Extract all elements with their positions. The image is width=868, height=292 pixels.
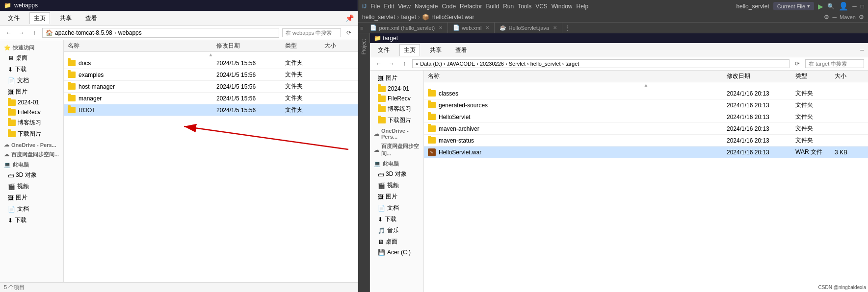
ide-tab-webxml-close[interactable]: ✕ <box>485 25 489 30</box>
right-file-row-helloservlet[interactable]: HelloServlet 2024/1/16 20:13 文件夹 <box>424 111 868 123</box>
breadcrumb-folder[interactable]: target <box>401 14 416 21</box>
run-button[interactable]: ▶ <box>818 2 823 10</box>
left-file-row-root[interactable]: ROOT 2024/1/5 15:56 文件夹 <box>64 104 358 116</box>
ide-minimize-icon[interactable]: ─ <box>852 3 857 10</box>
right-tab-home[interactable]: 主页 <box>399 44 420 56</box>
ide-maximize-icon[interactable]: □ <box>861 3 864 10</box>
right-sidebar-docs[interactable]: 📄 文档 <box>370 202 423 214</box>
right-sidebar-acerc[interactable]: 💾 Acer (C:) <box>370 247 423 257</box>
ide-tab-servlet-close[interactable]: ✕ <box>553 25 557 30</box>
left-forward-btn[interactable]: → <box>17 28 26 38</box>
left-sidebar-2024-01[interactable]: 2024-01 <box>0 97 63 107</box>
left-sidebar-baidu[interactable]: ☁ 百度网盘同步空间... <box>0 149 63 159</box>
ide-menu-navigate[interactable]: Navigate <box>415 3 438 10</box>
left-col-type[interactable]: 类型 <box>285 42 324 50</box>
left-path-part2[interactable]: webapps <box>118 29 142 36</box>
left-sidebar-video[interactable]: 🎬 视频 <box>0 181 63 192</box>
left-col-size[interactable]: 大小 <box>324 42 354 50</box>
ide-menu-build[interactable]: Build <box>486 3 499 10</box>
left-sidebar-quick-access[interactable]: ⭐ 快速访问 <box>0 42 63 52</box>
left-sidebar-filerecv[interactable]: FileRecv <box>0 107 63 117</box>
ide-menu-edit[interactable]: Edit <box>384 3 395 10</box>
right-file-row-classes[interactable]: classes 2024/1/16 20:13 文件夹 <box>424 88 868 99</box>
right-sidebar-pics[interactable]: 🖼 图片 <box>370 73 423 84</box>
right-tab-view[interactable]: 查看 <box>451 45 471 56</box>
left-up-btn[interactable]: ↑ <box>29 28 39 38</box>
right-file-row-helloservlet-war[interactable]: W HelloServlet.war 2024/1/16 20:13 WAR 文… <box>424 146 868 158</box>
ide-user-icon[interactable]: 👤 <box>839 1 848 11</box>
maven-settings-icon[interactable]: ⚙ <box>859 14 864 21</box>
right-file-row-maven-status[interactable]: maven-status 2024/1/16 20:13 文件夹 <box>424 135 868 146</box>
left-sidebar-docs2[interactable]: 📄 文档 <box>0 203 63 215</box>
right-sidebar-video[interactable]: 🎬 视频 <box>370 180 423 191</box>
ide-menu-vcs[interactable]: VCS <box>535 3 548 10</box>
ide-settings-icon[interactable]: ⚙ <box>824 14 829 21</box>
ide-menu-code[interactable]: Code <box>442 3 456 10</box>
right-back-btn[interactable]: ← <box>374 59 384 69</box>
left-file-row-manager[interactable]: manager 2024/1/5 15:56 文件夹 <box>64 93 358 104</box>
right-search-input[interactable] <box>805 59 864 68</box>
left-sidebar-blog[interactable]: 博客练习 <box>0 117 63 128</box>
project-label[interactable]: Project <box>360 37 368 56</box>
right-sidebar-pics2[interactable]: 🖼 图片 <box>370 191 423 202</box>
ide-menu-window[interactable]: Window <box>552 3 573 10</box>
right-sidebar-desktop[interactable]: 🖥 桌面 <box>370 236 423 247</box>
left-refresh-btn[interactable]: ⟳ <box>344 28 354 38</box>
left-search-input[interactable] <box>282 28 341 37</box>
right-sidebar-2024[interactable]: 2024-01 <box>370 84 423 94</box>
left-sidebar-download-pics[interactable]: 下载图片 <box>0 128 63 140</box>
right-up-btn[interactable]: ↑ <box>399 59 409 69</box>
left-tab-home[interactable]: 主页 <box>29 12 50 24</box>
right-sidebar-blog[interactable]: 博客练习 <box>370 103 423 115</box>
right-forward-btn[interactable]: → <box>387 59 396 69</box>
left-sidebar-documents[interactable]: 📄 文档 <box>0 75 63 86</box>
left-file-row-examples[interactable]: examples 2024/1/5 15:56 文件夹 <box>64 69 358 81</box>
left-col-date[interactable]: 修改日期 <box>216 42 285 50</box>
ide-tab-pom[interactable]: 📄 pom.xml (hello_servlet) ✕ <box>365 23 448 33</box>
left-sidebar-pics2[interactable]: 🖼 图片 <box>0 192 63 203</box>
maven-label[interactable]: Maven <box>840 14 856 20</box>
ide-menu-help[interactable]: Help <box>577 3 589 10</box>
ide-tab-webxml[interactable]: 📄 web.xml ✕ <box>448 23 495 33</box>
right-sidebar-dl[interactable]: ⬇ 下载 <box>370 214 423 225</box>
left-tab-file[interactable]: 文件 <box>4 13 24 24</box>
right-file-row-generated-sources[interactable]: generated-sources 2024/1/16 20:13 文件夹 <box>424 99 868 111</box>
right-sidebar-3d[interactable]: 🗃 3D 对象 <box>370 169 423 180</box>
left-file-row-host-manager[interactable]: host-manager 2024/1/5 15:56 文件夹 <box>64 81 358 93</box>
ide-search-icon[interactable]: 🔍 <box>827 3 835 10</box>
right-tab-file[interactable]: 文件 <box>374 45 394 56</box>
ide-menu-file[interactable]: File <box>370 3 380 10</box>
right-sidebar-dlpics[interactable]: 下载图片 <box>370 115 423 126</box>
right-col-type[interactable]: 类型 <box>795 72 835 80</box>
left-sidebar-3d[interactable]: 🗃 3D 对象 <box>0 170 63 181</box>
left-address-path[interactable]: 🏠 apache-tomcat-8.5.98 › webapps <box>42 28 279 38</box>
ide-menu-tools[interactable]: Tools <box>518 3 531 10</box>
right-col-name[interactable]: 名称 <box>428 72 727 80</box>
right-sidebar-onedrive[interactable]: ☁ OneDrive - Pers... <box>370 126 423 141</box>
left-tab-view[interactable]: 查看 <box>81 13 101 24</box>
left-back-btn[interactable]: ← <box>4 28 14 38</box>
ide-tabs-more[interactable]: ⋮ <box>564 24 570 31</box>
right-col-size[interactable]: 大小 <box>835 72 864 80</box>
right-sidebar-music[interactable]: 🎵 音乐 <box>370 225 423 236</box>
right-col-date[interactable]: 修改日期 <box>727 72 795 80</box>
left-pin-icon[interactable]: 📌 <box>345 14 354 22</box>
right-pin-icon[interactable]: ─ <box>860 47 864 53</box>
right-sidebar-baidu[interactable]: ☁ 百度网盘同步空间... <box>370 141 423 158</box>
right-sidebar-filerecv[interactable]: FileRecv <box>370 94 423 103</box>
left-sidebar-downloads[interactable]: ⬇ 下载 <box>0 64 63 75</box>
right-address-path[interactable]: « Data (D:) › JAVACODE › 20230226 › Serv… <box>412 59 789 68</box>
ide-menu-view[interactable]: View <box>398 3 411 10</box>
left-tab-share[interactable]: 共享 <box>56 13 76 24</box>
left-col-name[interactable]: 名称 <box>68 42 216 50</box>
ide-menu-refactor[interactable]: Refactor <box>460 3 482 10</box>
left-sidebar-pc[interactable]: 💻 此电脑 <box>0 159 63 170</box>
left-sidebar-desktop[interactable]: 🖥 桌面 <box>0 52 63 64</box>
left-file-row-docs[interactable]: docs 2024/1/5 15:56 文件夹 <box>64 57 358 69</box>
right-tab-share[interactable]: 共享 <box>426 45 446 56</box>
right-sidebar-pc[interactable]: 💻 此电脑 <box>370 158 423 169</box>
right-refresh-btn[interactable]: ⟳ <box>792 59 802 69</box>
breadcrumb-file[interactable]: HelloServlet.war <box>431 14 474 21</box>
left-sidebar-downloads2[interactable]: ⬇ 下载 <box>0 215 63 226</box>
right-file-row-maven-archiver[interactable]: maven-archiver 2024/1/16 20:13 文件夹 <box>424 123 868 135</box>
